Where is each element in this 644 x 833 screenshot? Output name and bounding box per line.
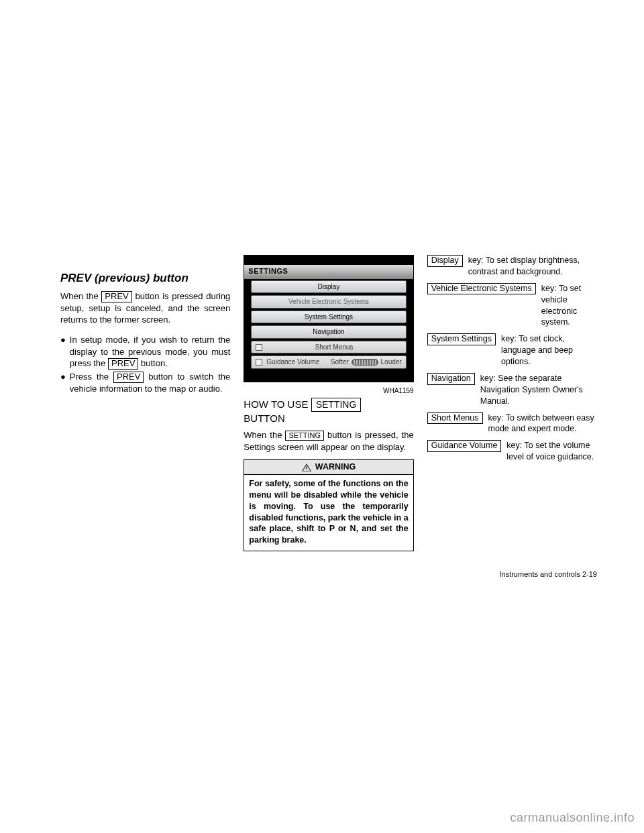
page-number: Instruments and controls 2-19: [499, 570, 597, 578]
warning-body: For safety, some of the functions on the…: [244, 475, 413, 551]
screenshot-title: SETTINGS: [244, 265, 413, 279]
system-key-label: System Settings: [427, 333, 496, 345]
bullet-icon: ●: [60, 334, 66, 370]
gv-label: Guidance Volume: [266, 357, 319, 367]
svg-rect-0: [306, 466, 307, 469]
nav-key-label: Navigation: [427, 373, 475, 385]
prev-btn-3: PREV: [113, 372, 144, 383]
sh-b: BUTTON: [244, 412, 413, 425]
display-key-label: Display: [427, 255, 463, 267]
gv-key-desc: key: To set the volume level of voice gu…: [506, 440, 597, 463]
warning-icon: [302, 463, 311, 471]
softer-label: Softer: [331, 357, 349, 367]
prev-btn-1: PREV: [101, 291, 131, 302]
bullet-icon: ●: [60, 371, 66, 394]
image-tag: WHA1159: [244, 386, 413, 396]
setting-line1: When the SETTING button is pressed, the …: [244, 429, 413, 453]
l1a: When the: [244, 430, 285, 440]
warning-hdr: WARNING: [315, 461, 356, 473]
bullet1: In setup mode, if you wish to return the…: [70, 334, 230, 370]
shot-short-label: Short Menus: [266, 343, 401, 352]
shot-short-row: Short Menus: [251, 341, 406, 354]
prev-intro-a: When the: [60, 291, 101, 301]
checkbox-icon: [256, 359, 262, 366]
slider-icon: [352, 359, 378, 366]
setting-btn-small: SETTING: [285, 431, 324, 441]
system-key-desc: key: To set clock, language and beep opt…: [501, 333, 597, 368]
sh-a: HOW TO USE: [244, 398, 311, 410]
bullet2: Press the PREV button to switch the vehi…: [70, 371, 230, 394]
b1b: button.: [138, 358, 167, 368]
setting-btn-label: SETTING: [311, 398, 362, 411]
svg-rect-1: [306, 469, 307, 469]
shot-ves-btn: Vehicle Electronic Systems: [251, 295, 406, 309]
b2a: Press the: [70, 372, 113, 382]
nav-key-desc: key: See the separate Navigation System …: [480, 373, 597, 407]
shot-guidance-row: Guidance Volume Softer Louder: [251, 355, 406, 369]
short-key-desc: key: To switch between easy mode and exp…: [488, 412, 597, 435]
settings-screenshot: SETTINGS Display Vehicle Electronic Syst…: [244, 255, 413, 382]
setting-heading: HOW TO USE SETTING BUTTON: [244, 398, 413, 425]
shot-system-btn: System Settings: [251, 311, 406, 324]
shot-display-btn: Display: [251, 280, 406, 294]
louder-label: Louder: [381, 357, 402, 367]
prev-intro: When the PREV button is pressed during s…: [60, 290, 230, 326]
shot-nav-btn: Navigation: [251, 325, 406, 339]
short-key-label: Short Menus: [427, 412, 483, 425]
prev-button-heading: PREV (previous) button: [60, 271, 230, 286]
ves-key-desc: key: To set vehicle electronic system.: [541, 283, 597, 329]
checkbox-icon: [256, 344, 262, 351]
warning-box: WARNING For safety, some of the function…: [244, 459, 413, 551]
watermark: carmanualsonline.info: [510, 811, 635, 825]
prev-btn-2: PREV: [108, 358, 138, 370]
display-key-desc: key: To set display brightness, contrast…: [468, 255, 597, 278]
gv-key-label: Guidance Volume: [427, 440, 502, 452]
ves-key-label: Vehicle Electronic Systems: [427, 283, 536, 295]
